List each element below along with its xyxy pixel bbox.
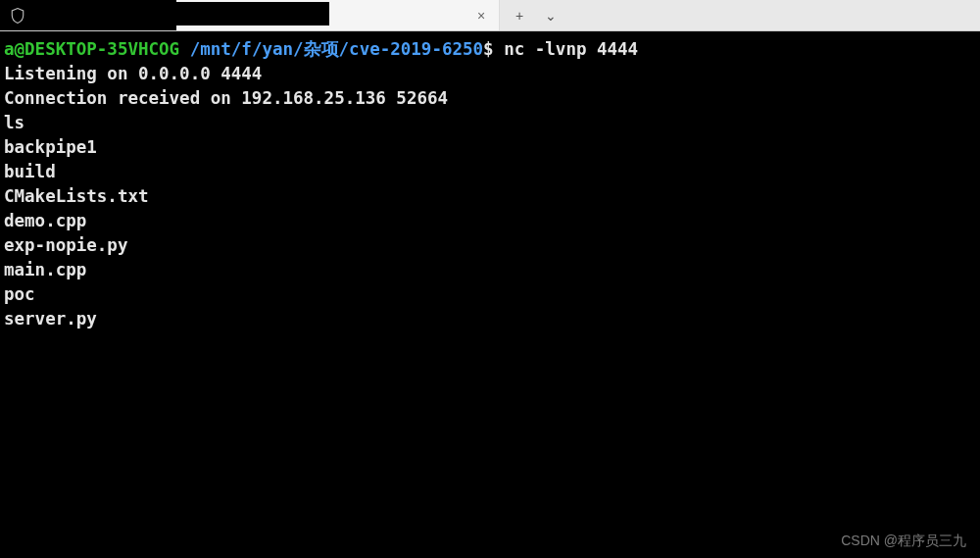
prompt-command: nc -lvnp 4444 [504,39,638,59]
new-tab-button[interactable]: + [506,4,533,27]
output-line: backpipe1 [4,137,97,157]
output-line: server.py [4,309,97,329]
output-line: main.cpp [4,260,86,279]
output-line: demo.cpp [4,211,86,230]
tab-bar: × 🐧 ..cve-2019-6250 × + ⌄ [0,0,980,31]
terminal-output[interactable]: a@DESKTOP-35VHCOG /mnt/f/yan/杂项/cve-2019… [0,31,980,337]
output-line: poc [4,284,35,304]
watermark: CSDN @程序员三九 [841,533,966,550]
prompt-symbol: $ [483,39,494,59]
tab-actions: + ⌄ [500,0,570,30]
prompt-path: /mnt/f/yan/杂项/cve-2019-6250 [190,39,483,59]
output-line: exp-nopie.py [4,235,127,255]
close-icon[interactable]: × [473,8,489,24]
output-line: ls [4,113,24,132]
output-line: build [4,162,56,181]
tab-dropdown-button[interactable]: ⌄ [537,4,564,27]
prompt-user: a@DESKTOP-35VHCOG [4,39,179,59]
redacted-tab-title [35,2,329,25]
output-line: CMakeLists.txt [4,186,149,206]
output-line: Connection received on 192.168.25.136 52… [4,88,448,108]
output-line: Listening on 0.0.0.0 4444 [4,64,262,83]
tab-active[interactable]: × [0,0,176,30]
shield-icon [10,8,25,24]
